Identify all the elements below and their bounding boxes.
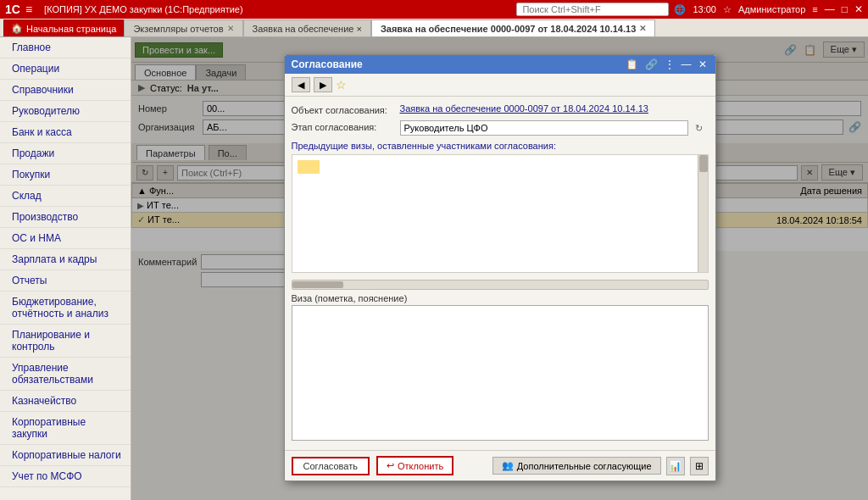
sidebar-item-corp-purchases[interactable]: Корпоративные закупки — [0, 412, 131, 445]
sidebar-item-hr[interactable]: Зарплата и кадры — [0, 249, 131, 270]
modal-prev-visa-area — [292, 154, 709, 273]
modal-title: Согласование — [292, 58, 363, 70]
modal-prev-visa-label: Предыдущие визы, оставленные участниками… — [292, 141, 709, 151]
star-icon[interactable]: ☆ — [723, 4, 732, 15]
sidebar-item-operations[interactable]: Операции — [0, 58, 131, 80]
modal-stage-label: Этап согласования: — [292, 120, 393, 132]
minimize-button[interactable]: — — [825, 3, 835, 15]
modal-minimize-btn[interactable]: — — [680, 58, 693, 70]
modal-close-btn[interactable]: ✕ — [697, 58, 709, 70]
modal-stage-input[interactable] — [400, 120, 688, 136]
modal-stage-row: Этап согласования: ↻ — [292, 120, 709, 136]
home-icon: 🏠 — [11, 23, 23, 34]
sidebar-item-corp-taxes[interactable]: Корпоративные налоги — [0, 445, 131, 466]
maximize-button[interactable]: □ — [842, 3, 848, 15]
decline-label: Отклонить — [398, 461, 443, 471]
additional-label: Дополнительные согласующие — [517, 461, 652, 471]
sidebar-item-purchases[interactable]: Покупки — [0, 164, 131, 186]
clock: 13:00 — [693, 4, 716, 14]
additional-icon: 👥 — [502, 460, 514, 471]
prev-visa-highlight — [298, 160, 320, 174]
modal-hscroll[interactable] — [292, 280, 709, 290]
sidebar-item-warehouse[interactable]: Склад — [0, 186, 131, 207]
tab-order2-label: Заявка на обеспечение 0000-0097 от 18.04… — [381, 24, 636, 34]
agree-button[interactable]: Согласовать — [292, 457, 370, 475]
sidebar-item-manager[interactable]: Руководителю — [0, 101, 131, 122]
tab-bar: 🏠 Начальная страница Экземпляры отчетов … — [0, 19, 868, 37]
sidebar-item-sales[interactable]: Продажи — [0, 143, 131, 164]
modal-copy-btn[interactable]: 📋 — [624, 58, 640, 70]
additional-button[interactable]: 👥 Дополнительные согласующие — [492, 457, 661, 475]
sidebar-item-production[interactable]: Производство — [0, 207, 131, 228]
modal-open-btn[interactable]: 🔗 — [643, 58, 659, 70]
sidebar-item-budgeting[interactable]: Бюджетирование, отчётность и анализ — [0, 292, 131, 325]
titlebar-right: 🌐 13:00 ☆ Администратор ≡ — □ ✕ — [674, 3, 863, 15]
modal-nav: ◀ ▶ ☆ — [285, 74, 715, 97]
title-bar: 1С ≡ [КОПИЯ] УХ ДЕМО закупки (1С:Предпри… — [0, 0, 868, 19]
visa-textarea[interactable] — [292, 305, 709, 441]
sidebar-item-ifrs[interactable]: Учет по МСФО — [0, 466, 131, 487]
modal-grid-btn[interactable]: ⊞ — [690, 457, 709, 475]
hamburger-icon[interactable]: ≡ — [25, 3, 32, 16]
modal-titlebar-right: 📋 🔗 ⋮ — ✕ — [624, 58, 709, 70]
close-button[interactable]: ✕ — [854, 3, 863, 15]
global-search-input[interactable] — [516, 3, 669, 16]
modal-vscroll[interactable] — [698, 155, 708, 272]
notification-icon[interactable]: 🌐 — [674, 4, 686, 15]
visa-section-title: Виза (пометка, пояснение) — [292, 293, 709, 303]
modal-forward-btn[interactable]: ▶ — [314, 77, 332, 92]
tab-order2[interactable]: Заявка на обеспечение 0000-0097 от 18.04… — [371, 19, 655, 36]
modal-footer: Согласовать ↩ Отклонить 👥 Дополнительные… — [285, 450, 715, 481]
tab-order1-label: Заявка на обеспечение × — [253, 24, 362, 34]
tab-reports[interactable]: Экземпляры отчетов ✕ — [124, 19, 242, 36]
decline-icon: ↩ — [387, 460, 394, 471]
app-title: [КОПИЯ] УХ ДЕМО закупки (1С:Предприятие) — [37, 4, 511, 14]
sidebar-item-obligations[interactable]: Управление обязательствами — [0, 358, 131, 391]
modal-table-btn[interactable]: 📊 — [666, 457, 685, 475]
sidebar-item-reports[interactable]: Отчеты — [0, 270, 131, 292]
sidebar-item-planning[interactable]: Планирование и контроль — [0, 325, 131, 358]
sidebar-item-references[interactable]: Справочники — [0, 80, 131, 101]
modal-overlay: Согласование 📋 🔗 ⋮ — ✕ ◀ ▶ ☆ — [131, 37, 868, 500]
modal-star-icon[interactable]: ☆ — [336, 78, 347, 92]
sidebar-item-main[interactable]: Главное — [0, 37, 131, 58]
tab-home[interactable]: 🏠 Начальная страница — [3, 19, 124, 36]
modal-stage-refresh-btn[interactable]: ↻ — [692, 120, 707, 136]
content-area: Провести и зак... 🔗 📋 Еще ▾ Основное Зад… — [131, 37, 868, 500]
modal-back-btn[interactable]: ◀ — [292, 77, 310, 92]
modal-titlebar-left: Согласование — [292, 58, 363, 70]
modal-vscroll-thumb — [699, 155, 708, 172]
modal-hscroll-thumb — [292, 281, 343, 288]
menu-icon[interactable]: ≡ — [812, 4, 817, 14]
decline-button[interactable]: ↩ Отклонить — [376, 456, 453, 475]
modal-object-link[interactable]: Заявка на обеспечение 0000-0097 от 18.04… — [400, 103, 648, 114]
modal-dialog: Согласование 📋 🔗 ⋮ — ✕ ◀ ▶ ☆ — [284, 54, 716, 481]
modal-titlebar: Согласование 📋 🔗 ⋮ — ✕ — [285, 55, 715, 74]
tab-reports-close[interactable]: ✕ — [227, 24, 234, 33]
modal-footer-right: 👥 Дополнительные согласующие 📊 ⊞ — [492, 457, 709, 475]
sidebar-item-os[interactable]: ОС и НМА — [0, 228, 131, 249]
sidebar-item-treasury[interactable]: Казначейство — [0, 391, 131, 412]
modal-more-btn[interactable]: ⋮ — [663, 58, 676, 70]
sidebar: Главное Операции Справочники Руководител… — [0, 37, 131, 500]
main-layout: Главное Операции Справочники Руководител… — [0, 37, 868, 500]
user-name: Администратор — [738, 4, 805, 14]
modal-object-row: Объект согласования: Заявка на обеспечен… — [292, 103, 709, 115]
app-logo: 1С — [5, 3, 20, 16]
sidebar-item-bank[interactable]: Банк и касса — [0, 122, 131, 143]
tab-order2-close[interactable]: ✕ — [639, 24, 646, 33]
tab-home-label: Начальная страница — [26, 24, 116, 34]
tab-reports-label: Экземпляры отчетов — [133, 24, 223, 34]
modal-object-label: Объект согласования: — [292, 103, 393, 115]
tab-order1[interactable]: Заявка на обеспечение × — [243, 19, 371, 36]
modal-body: Объект согласования: Заявка на обеспечен… — [285, 97, 715, 450]
